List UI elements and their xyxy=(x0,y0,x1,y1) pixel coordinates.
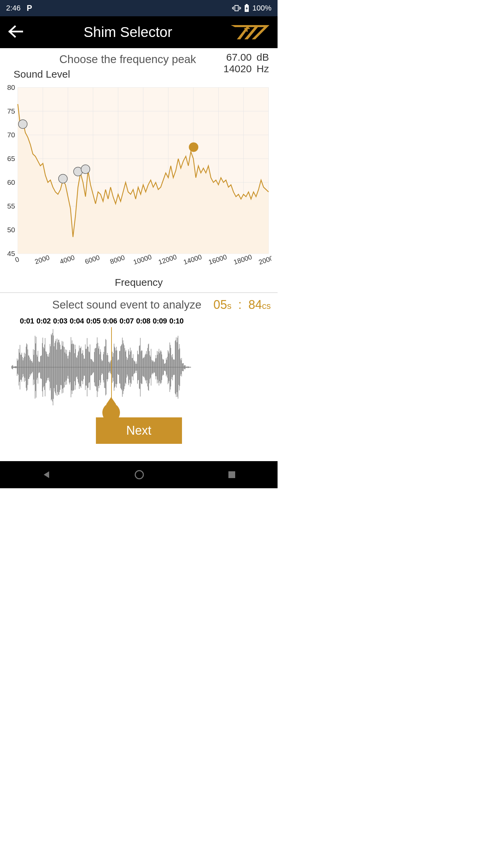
timestamp-label: 0:05 xyxy=(85,317,102,326)
svg-text:8000: 8000 xyxy=(109,254,126,265)
svg-rect-353 xyxy=(228,471,235,478)
svg-text:75: 75 xyxy=(7,107,15,115)
wave-section-title: Select sound event to analyze xyxy=(52,298,201,311)
svg-text:65: 65 xyxy=(7,155,15,162)
timestamp-label: 0:10 xyxy=(168,317,185,326)
hz-unit: Hz xyxy=(257,63,271,75)
back-arrow-icon xyxy=(7,25,23,38)
svg-rect-6 xyxy=(246,4,248,5)
peak-readings: 67.00 dB 14020 Hz xyxy=(221,52,271,75)
app-title: Shim Selector xyxy=(26,24,230,40)
waveform-handle[interactable] xyxy=(102,403,120,422)
timestamp-label: 0:02 xyxy=(35,317,52,326)
svg-text:0: 0 xyxy=(14,255,20,263)
status-bar: 2:46 P 100% xyxy=(0,0,278,16)
timestamp-label: 0:06 xyxy=(102,317,118,326)
svg-text:45: 45 xyxy=(7,250,15,257)
timestamp-label: 0:03 xyxy=(52,317,68,326)
svg-text:12000: 12000 xyxy=(157,253,178,266)
svg-text:16000: 16000 xyxy=(207,253,228,266)
frequency-chart[interactable]: 4550556065707580020004000600080001000012… xyxy=(3,84,271,274)
app-header: Shim Selector xyxy=(0,16,278,48)
svg-text:6000: 6000 xyxy=(84,254,101,265)
svg-text:14000: 14000 xyxy=(182,253,203,266)
svg-text:50: 50 xyxy=(7,226,15,234)
app-logo-icon xyxy=(230,24,270,41)
svg-rect-0 xyxy=(235,5,238,11)
x-axis-label: Frequency xyxy=(0,277,278,292)
svg-text:18000: 18000 xyxy=(232,253,253,266)
nav-recent-icon[interactable] xyxy=(228,471,236,479)
db-unit: dB xyxy=(257,52,271,63)
nav-home-icon[interactable] xyxy=(134,470,144,480)
timestamp-label: 0:04 xyxy=(68,317,85,326)
main-content: Choose the frequency peak 67.00 dB 14020… xyxy=(0,48,278,461)
waveform-cursor[interactable] xyxy=(111,327,112,407)
svg-text:4000: 4000 xyxy=(59,254,76,265)
svg-point-352 xyxy=(135,471,143,479)
waveform-timestamps: 0:010:020:030:040:050:060:070:080:090:10 xyxy=(19,317,271,326)
time-display: 05s : 84cs xyxy=(214,298,271,312)
svg-text:55: 55 xyxy=(7,202,15,210)
back-button[interactable] xyxy=(7,25,26,39)
svg-point-46 xyxy=(18,120,27,129)
waveform[interactable] xyxy=(12,327,191,407)
svg-point-50 xyxy=(189,142,198,152)
timestamp-label: 0:09 xyxy=(151,317,168,326)
svg-text:60: 60 xyxy=(7,178,15,186)
timestamp-label: 0:07 xyxy=(118,317,135,326)
timestamp-label: 0:08 xyxy=(135,317,151,326)
peak-section-title: Choose the frequency peak xyxy=(59,53,196,66)
battery-charging-icon xyxy=(244,4,249,12)
svg-point-49 xyxy=(81,165,90,174)
db-value: 67.00 xyxy=(226,52,252,63)
timestamp-label: 0:01 xyxy=(19,317,35,326)
svg-text:70: 70 xyxy=(7,131,15,139)
svg-text:2000: 2000 xyxy=(34,254,50,265)
svg-point-47 xyxy=(59,174,67,183)
pandora-icon: P xyxy=(27,3,32,13)
vibrate-icon xyxy=(232,5,241,12)
svg-text:20000: 20000 xyxy=(258,253,271,266)
android-nav-bar xyxy=(0,461,278,488)
svg-text:80: 80 xyxy=(7,84,15,91)
svg-text:10000: 10000 xyxy=(132,253,152,266)
status-time: 2:46 xyxy=(6,4,21,13)
battery-percent: 100% xyxy=(252,4,271,13)
hz-value: 14020 xyxy=(223,63,251,75)
nav-back-icon[interactable] xyxy=(42,470,51,479)
